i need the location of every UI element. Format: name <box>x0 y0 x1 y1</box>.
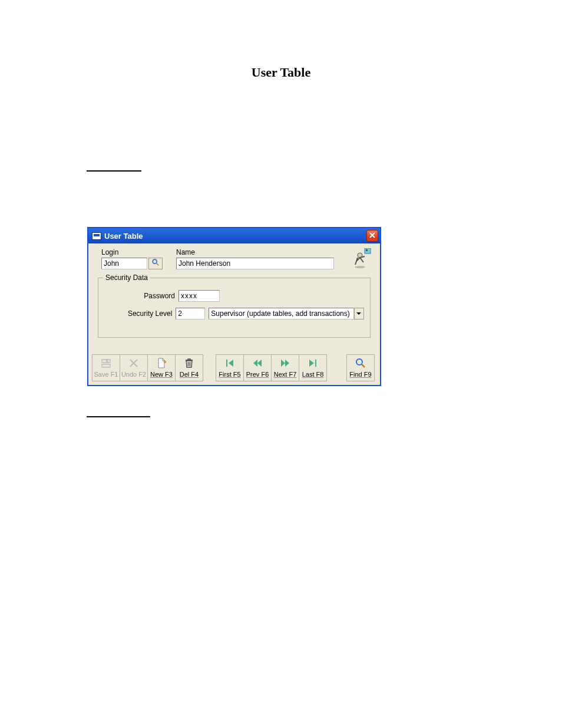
next-button[interactable]: Next F7 <box>271 354 299 381</box>
find-button[interactable]: Find F9 <box>346 354 375 381</box>
first-icon <box>224 357 236 370</box>
svg-line-1 <box>157 263 159 266</box>
next-icon <box>279 357 291 370</box>
last-icon <box>307 357 319 370</box>
svg-point-0 <box>153 259 157 263</box>
decorative-rule <box>87 170 141 172</box>
first-button[interactable]: First F5 <box>216 354 244 381</box>
window-client-area: Login Name <box>88 243 380 385</box>
prev-caption: Prev F6 <box>246 370 269 378</box>
prev-icon <box>252 357 263 370</box>
undo-caption: Undo F2 <box>121 370 146 378</box>
password-input[interactable] <box>178 290 220 302</box>
security-level-label: Security Level <box>104 309 176 318</box>
del-caption: Del F4 <box>180 370 199 378</box>
security-data-group: Security Data Password Security Level <box>98 278 371 338</box>
svg-rect-6 <box>226 360 227 367</box>
security-level-desc-input[interactable] <box>209 308 353 319</box>
prev-button[interactable]: Prev F6 <box>243 354 272 381</box>
security-legend: Security Data <box>103 274 150 282</box>
new-button[interactable]: New F3 <box>147 354 176 381</box>
close-button[interactable] <box>366 230 378 242</box>
find-caption: Find F9 <box>349 370 371 378</box>
user-table-window: User Table Login <box>87 227 381 386</box>
window-titlebar: User Table <box>88 228 380 243</box>
toolbar: Save F1 Undo F2 New F3 Del F4 First F5 <box>92 354 376 381</box>
close-icon <box>369 232 376 241</box>
decorative-rule <box>87 416 150 417</box>
svg-point-5 <box>355 266 365 268</box>
form-area: Login Name <box>88 243 380 338</box>
new-caption: New F3 <box>150 370 173 378</box>
new-doc-icon <box>156 357 167 370</box>
search-icon <box>151 258 160 269</box>
svg-rect-3 <box>366 249 368 251</box>
delete-button[interactable]: Del F4 <box>175 354 203 381</box>
user-running-icon <box>352 248 372 268</box>
save-button[interactable]: Save F1 <box>92 354 120 381</box>
find-icon <box>355 357 366 370</box>
save-icon <box>100 357 112 370</box>
cancel-icon <box>128 357 140 370</box>
name-input[interactable] <box>176 258 334 269</box>
login-label: Login <box>101 248 174 256</box>
page-heading: User Table <box>0 65 562 80</box>
name-label: Name <box>176 248 374 256</box>
svg-line-9 <box>362 364 365 367</box>
last-caption: Last F8 <box>302 370 324 378</box>
security-level-dropdown-button[interactable] <box>354 308 364 319</box>
chevron-down-icon <box>356 308 362 319</box>
save-caption: Save F1 <box>94 370 118 378</box>
security-level-input[interactable] <box>176 308 205 319</box>
login-input[interactable] <box>101 258 147 269</box>
undo-button[interactable]: Undo F2 <box>120 354 148 381</box>
window-title: User Table <box>104 232 366 241</box>
svg-point-8 <box>356 359 362 365</box>
password-label: Password <box>104 292 178 300</box>
last-button[interactable]: Last F8 <box>299 354 327 381</box>
first-caption: First F5 <box>219 370 240 378</box>
trash-icon <box>183 357 195 370</box>
svg-rect-7 <box>315 360 316 367</box>
app-icon <box>92 232 101 240</box>
login-lookup-button[interactable] <box>148 258 163 269</box>
next-caption: Next F7 <box>274 370 297 378</box>
